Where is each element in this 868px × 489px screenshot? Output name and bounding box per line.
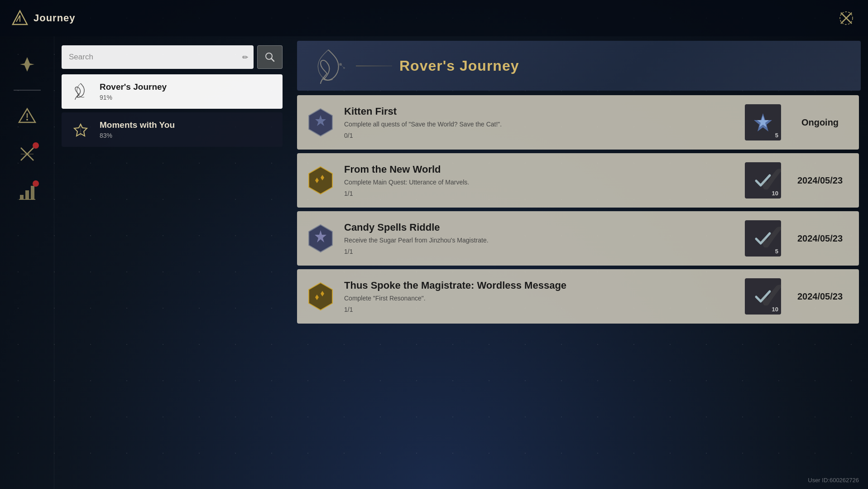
- journey-pct-moments: 83%: [100, 132, 275, 139]
- journey-item-rovers[interactable]: Rover's Journey 91%: [62, 74, 283, 109]
- quest-desc-kitten: Complete all quests of "Save the World? …: [344, 120, 738, 129]
- sidebar-item-3[interactable]: [13, 140, 42, 169]
- svg-marker-27: [309, 167, 332, 194]
- nav-icon: [17, 54, 37, 74]
- quest-status-kitten: Ongoing: [788, 117, 852, 128]
- quest-progress-newworld: 1/1: [344, 190, 738, 197]
- quest-hex-kitten: [304, 106, 337, 139]
- journey-item-info-moments: Moments with You 83%: [100, 120, 275, 139]
- sidebar-item-1[interactable]: [13, 50, 42, 79]
- journey-name-rovers: Rover's Journey: [100, 82, 275, 92]
- header-feather-icon: [308, 45, 349, 86]
- logo-area: Journey: [11, 9, 76, 27]
- quest-info-magistrate: Thus Spoke the Magistrate: Wordless Mess…: [344, 280, 738, 313]
- rovers-journey-icon: [69, 80, 92, 103]
- reward-icon-kitten: [752, 111, 774, 134]
- svg-marker-30: [309, 283, 332, 310]
- sidebar-item-2[interactable]: [13, 102, 42, 131]
- main-content: ✏ Rover's Journe: [54, 36, 868, 489]
- svg-rect-13: [20, 195, 24, 199]
- app-title: Journey: [34, 12, 76, 24]
- quest-status-newworld: 2024/05/23: [788, 175, 852, 186]
- search-bar: ✏: [62, 45, 283, 69]
- journey-list: Rover's Journey 91% Moments with You 83%: [62, 74, 283, 147]
- app-logo-icon: [11, 9, 29, 27]
- quest-item-newworld: From the New World Complete Main Quest: …: [297, 153, 859, 208]
- quest-reward-magistrate: 10: [745, 278, 781, 315]
- quest-info-newworld: From the New World Complete Main Quest: …: [344, 164, 738, 197]
- quest-progress-magistrate: 1/1: [344, 306, 738, 313]
- quest-icon-magistrate: [305, 281, 336, 312]
- journey-pct-rovers: 91%: [100, 94, 275, 101]
- svg-point-9: [26, 119, 28, 121]
- journey-item-moments[interactable]: Moments with You 83%: [62, 112, 283, 147]
- sidebar-badge-3: [33, 142, 39, 149]
- quests-container: Kitten First Complete all quests of "Sav…: [297, 95, 861, 484]
- quest-reward-kitten: 5: [745, 104, 781, 140]
- quest-info-candy: Candy Spells Riddle Receive the Sugar Pe…: [344, 222, 738, 255]
- quest-reward-count-candy: 5: [775, 248, 778, 255]
- quest-info-kitten: Kitten First Complete all quests of "Sav…: [344, 106, 738, 139]
- quest-progress-candy: 1/1: [344, 248, 738, 255]
- quest-desc-magistrate: Complete "First Resonance".: [344, 294, 738, 303]
- journey-icon-rovers: [69, 80, 92, 103]
- quest-progress-kitten: 0/1: [344, 132, 738, 139]
- search-input[interactable]: [62, 45, 254, 69]
- reward-icon-newworld: [752, 169, 774, 192]
- quest-item-magistrate: Thus Spoke the Magistrate: Wordless Mess…: [297, 269, 859, 324]
- quest-reward-newworld: 10: [745, 162, 781, 199]
- quest-hex-candy: [304, 222, 337, 255]
- quest-item-candy: Candy Spells Riddle Receive the Sugar Pe…: [297, 211, 859, 266]
- quest-name-kitten: Kitten First: [344, 106, 738, 117]
- user-id: User ID:600262726: [808, 477, 859, 484]
- header-title: Rover's Journey: [399, 58, 519, 74]
- close-icon[interactable]: [838, 10, 854, 26]
- quest-desc-newworld: Complete Main Quest: Utterance of Marvel…: [344, 178, 738, 187]
- quest-reward-count-newworld: 10: [772, 190, 778, 197]
- left-panel: ✏ Rover's Journe: [54, 36, 290, 489]
- quest-hex-newworld: [304, 164, 337, 197]
- sidebar-divider: [14, 90, 41, 91]
- sidebar: [0, 36, 54, 489]
- svg-line-22: [340, 64, 344, 68]
- quest-reward-candy: 5: [745, 220, 781, 257]
- edit-icon: ✏: [242, 53, 248, 62]
- quest-reward-count-magistrate: 10: [772, 306, 778, 313]
- svg-rect-14: [25, 190, 29, 199]
- warning-icon: [17, 106, 37, 126]
- quest-name-candy: Candy Spells Riddle: [344, 222, 738, 233]
- journey-icon-moments: [69, 118, 92, 141]
- sidebar-item-4[interactable]: [13, 178, 42, 207]
- svg-line-18: [271, 58, 274, 61]
- top-bar: Journey: [0, 0, 868, 36]
- quest-icon-kitten: [305, 107, 336, 138]
- sidebar-badge-4: [33, 180, 39, 187]
- quest-icon-newworld: [305, 165, 336, 196]
- quest-status-candy: 2024/05/23: [788, 233, 852, 244]
- moments-icon: [69, 118, 92, 141]
- quest-icon-candy: [305, 223, 336, 254]
- svg-rect-15: [31, 186, 34, 199]
- search-input-wrapper: ✏: [62, 45, 254, 69]
- journey-item-info-rovers: Rover's Journey 91%: [100, 82, 275, 101]
- quest-desc-candy: Receive the Sugar Pearl from Jinzhou's M…: [344, 236, 738, 245]
- search-button[interactable]: [257, 45, 283, 69]
- reward-icon-candy: [752, 227, 774, 250]
- reward-icon-magistrate: [752, 285, 774, 308]
- quest-reward-count-kitten: 5: [775, 132, 778, 139]
- quest-name-newworld: From the New World: [344, 164, 738, 175]
- quest-item-kitten: Kitten First Complete all quests of "Sav…: [297, 95, 859, 150]
- quest-name-magistrate: Thus Spoke the Magistrate: Wordless Mess…: [344, 280, 738, 291]
- quest-hex-magistrate: [304, 280, 337, 313]
- journey-header: Rover's Journey: [297, 41, 861, 91]
- journey-name-moments: Moments with You: [100, 120, 275, 130]
- svg-marker-6: [20, 57, 34, 72]
- search-icon: [265, 52, 275, 62]
- right-panel: Rover's Journey Kitten First Complete al…: [290, 36, 868, 489]
- quest-status-magistrate: 2024/05/23: [788, 291, 852, 302]
